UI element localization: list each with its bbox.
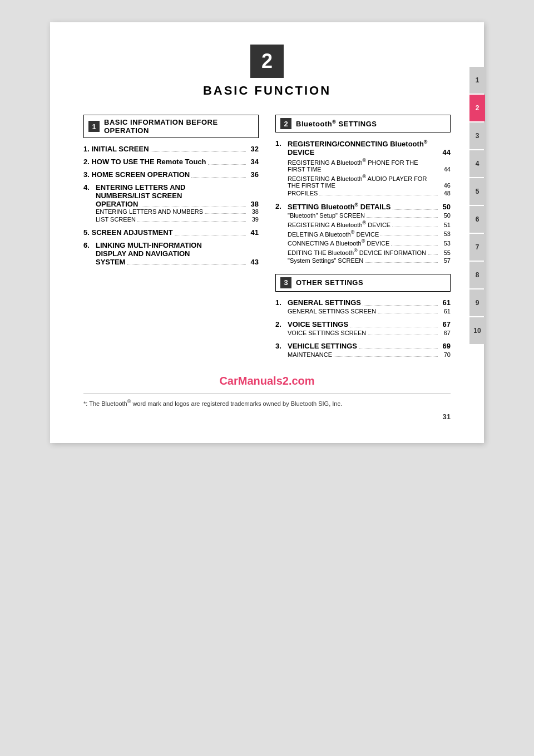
tab-bar: 1 2 3 4 5 6 7 8 9 10: [469, 67, 485, 344]
r-toc-sub-1-1: REGISTERING A Bluetooth® PHONE FOR THE F…: [288, 158, 451, 173]
toc-entry-1: 1. INITIAL SCREEN 32: [83, 145, 259, 153]
toc-label-5: SCREEN ADJUSTMENT: [91, 228, 172, 237]
toc-num-4: 4.: [83, 183, 96, 224]
section2-header: 2 Bluetooth® SETTINGS: [275, 115, 451, 132]
toc-entry-5: 5. SCREEN ADJUSTMENT 41: [83, 228, 259, 237]
chapter-number-box: 2: [83, 45, 451, 78]
toc-num-6: 6.: [83, 241, 96, 266]
toc-entry-4: 4. ENTERING LETTERS ANDNUMBERS/LIST SCRE…: [83, 183, 259, 224]
r-toc-num-2: 2.: [275, 202, 288, 265]
r-toc-entry-4: 2. VOICE SETTINGS 67 VOICE SETTINGS SCRE…: [275, 320, 451, 337]
section1-title: BASIC INFORMATION BEFOREOPERATION: [104, 118, 218, 135]
toc-label-3: HOME SCREEN OPERATION: [91, 170, 190, 179]
tab-9[interactable]: 9: [469, 289, 485, 316]
r-toc-sub-2-3: DELETING A Bluetooth® DEVICE 53: [288, 229, 451, 238]
r-toc-sub-2-5: EDITING THE Bluetooth® DEVICE INFORMATIO…: [288, 248, 451, 256]
toc-label-2: HOW TO USE THE Remote Touch: [91, 158, 206, 166]
r-toc-sub-1-2: REGISTERING A Bluetooth® AUDIO PLAYER FO…: [288, 174, 451, 189]
section2-num: 2: [280, 118, 291, 129]
section3-title: OTHER SETTINGS: [296, 278, 363, 287]
toc-page-1: 32: [248, 145, 259, 153]
tab-7[interactable]: 7: [469, 234, 485, 261]
page: 1 2 3 4 5 6 7 8 9 10 2 BASIC FUNCTION 1 …: [50, 22, 484, 443]
toc-dots-2: [208, 164, 246, 165]
col-left: 1 BASIC INFORMATION BEFOREOPERATION 1. I…: [83, 115, 259, 364]
tab-2[interactable]: 2: [469, 95, 485, 121]
toc-label-6: LINKING MULTI-INFORMATIONDISPLAY AND NAV…: [96, 241, 259, 266]
toc-page-3: 36: [248, 170, 259, 179]
r-toc-num-4: 2.: [275, 320, 288, 337]
toc-page-2: 34: [248, 158, 259, 166]
r-toc-sub-4-1: VOICE SETTINGS SCREEN 67: [288, 330, 451, 336]
toc-num-2: 2.: [83, 158, 91, 166]
section1-num: 1: [88, 121, 100, 132]
footnote: *: The Bluetooth® word mark and logos ar…: [83, 393, 451, 408]
section1-header: 1 BASIC INFORMATION BEFOREOPERATION: [83, 115, 259, 138]
toc-row-1: 1. INITIAL SCREEN 32: [83, 145, 259, 153]
r-toc-sub-1-3: PROFILES 48: [288, 190, 451, 197]
watermark: CarManuals2.com: [83, 375, 451, 387]
r-toc-entry-1: 1. REGISTERING/CONNECTING Bluetooth® DEV…: [275, 139, 451, 198]
toc-entry-3: 3. HOME SCREEN OPERATION 36: [83, 170, 259, 179]
tab-5[interactable]: 5: [469, 178, 485, 205]
r-toc-sub-3-1: GENERAL SETTINGS SCREEN 61: [288, 308, 451, 315]
tab-3[interactable]: 3: [469, 122, 485, 149]
toc-dots-3: [191, 177, 246, 178]
section3-num: 3: [280, 277, 291, 288]
col-right: 2 Bluetooth® SETTINGS 1. REGISTERING/CON…: [275, 115, 451, 364]
toc-dots-5: [175, 235, 246, 235]
chapter-title: BASIC FUNCTION: [83, 84, 451, 98]
toc-sub-4-2: LIST SCREEN 39: [96, 216, 259, 223]
tab-4[interactable]: 4: [469, 150, 485, 177]
toc-sub-4-1: ENTERING LETTERS AND NUMBERS 38: [96, 208, 259, 215]
toc-row-3: 3. HOME SCREEN OPERATION 36: [83, 170, 259, 179]
toc-page-5: 41: [248, 228, 259, 237]
tab-6[interactable]: 6: [469, 206, 485, 233]
r-toc-sub-2-2: REGISTERING A Bluetooth® DEVICE 51: [288, 220, 451, 228]
toc-row-2: 2. HOW TO USE THE Remote Touch 34: [83, 158, 259, 166]
r-toc-sub-2-6: "System Settings" SCREEN 57: [288, 257, 451, 264]
toc-row-5: 5. SCREEN ADJUSTMENT 41: [83, 228, 259, 237]
toc-num-5: 5.: [83, 228, 91, 237]
toc-columns: 1 BASIC INFORMATION BEFOREOPERATION 1. I…: [83, 115, 451, 364]
r-toc-sub-2-1: "Bluetooth" Setup" SCREEN 50: [288, 212, 451, 219]
r-toc-entry-3: 1. GENERAL SETTINGS 61 GENERAL SETTINGS …: [275, 298, 451, 316]
chapter-number: 2: [250, 45, 284, 78]
tab-10[interactable]: 10: [469, 317, 485, 344]
r-toc-num-3: 1.: [275, 298, 288, 316]
r-toc-num-5: 3.: [275, 342, 288, 359]
tab-8[interactable]: 8: [469, 262, 485, 288]
toc-num-1: 1.: [83, 145, 91, 153]
page-number: 31: [83, 413, 451, 421]
toc-entry-6: 6. LINKING MULTI-INFORMATIONDISPLAY AND …: [83, 241, 259, 266]
r-toc-num-1: 1.: [275, 139, 288, 198]
r-toc-label-2: SETTING Bluetooth® DETAILS 50: [288, 202, 451, 211]
r-toc-sub-5-1: MAINTENANCE 70: [288, 351, 451, 358]
footnote-text: *: The Bluetooth® word mark and logos ar…: [83, 400, 342, 407]
r-toc-label-3: GENERAL SETTINGS 61: [288, 298, 451, 307]
r-toc-label-5: VEHICLE SETTINGS 69: [288, 342, 451, 350]
toc-num-3: 3.: [83, 170, 91, 179]
r-toc-sub-2-4: CONNECTING A Bluetooth® DEVICE 53: [288, 238, 451, 247]
toc-entry-2: 2. HOW TO USE THE Remote Touch 34: [83, 158, 259, 166]
section3-header: 3 OTHER SETTINGS: [275, 274, 451, 292]
tab-1[interactable]: 1: [469, 67, 485, 94]
toc-dots-1: [151, 151, 246, 152]
r-toc-label-1: REGISTERING/CONNECTING Bluetooth® DEVICE…: [288, 139, 451, 156]
r-toc-label-4: VOICE SETTINGS 67: [288, 320, 451, 328]
toc-label-1: INITIAL SCREEN: [91, 145, 149, 153]
r-toc-entry-5: 3. VEHICLE SETTINGS 69 MAINTENANCE 70: [275, 342, 451, 359]
toc-label-4: ENTERING LETTERS ANDNUMBERS/LIST SCREEN …: [96, 183, 259, 208]
section2-title: Bluetooth® SETTINGS: [296, 119, 377, 128]
r-toc-entry-2: 2. SETTING Bluetooth® DETAILS 50 "Blueto…: [275, 202, 451, 265]
